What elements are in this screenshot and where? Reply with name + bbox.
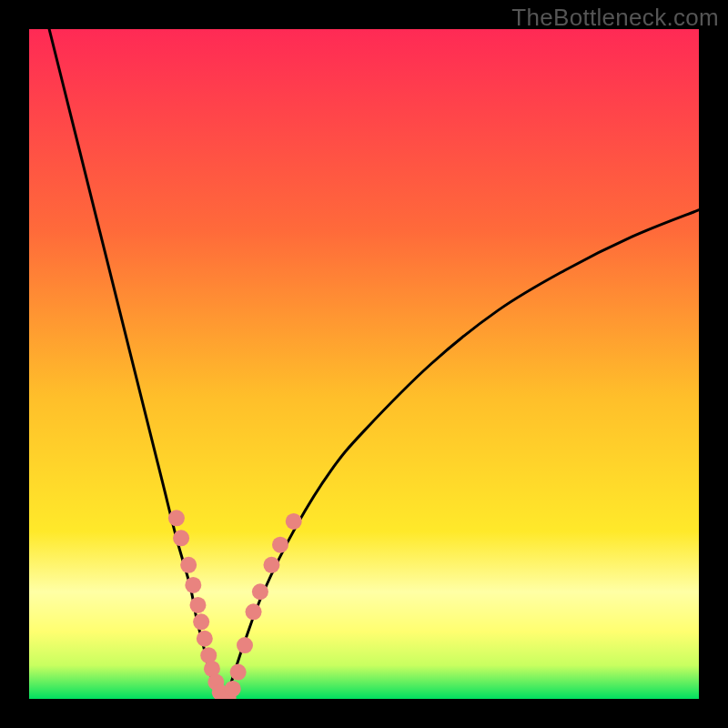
- chart-svg: [29, 29, 699, 699]
- highlight-dot: [263, 557, 279, 573]
- highlight-dot: [180, 557, 197, 573]
- highlight-dot: [246, 603, 262, 620]
- watermark: TheBottleneck.com: [511, 4, 719, 32]
- highlight-dot: [225, 681, 241, 697]
- highlight-dot: [185, 577, 201, 593]
- gradient-bg: [29, 29, 699, 699]
- highlight-dot: [189, 597, 206, 613]
- highlight-dot: [173, 530, 189, 546]
- plot-area: [29, 29, 699, 699]
- highlight-dot: [272, 537, 288, 553]
- outer-frame: TheBottleneck.com: [0, 0, 728, 728]
- highlight-dot: [252, 583, 268, 600]
- highlight-dot: [197, 631, 213, 647]
- highlight-dot: [168, 510, 185, 526]
- highlight-dot: [237, 637, 253, 653]
- highlight-dot: [230, 664, 247, 681]
- highlight-dot: [193, 613, 209, 630]
- highlight-dot: [286, 513, 302, 530]
